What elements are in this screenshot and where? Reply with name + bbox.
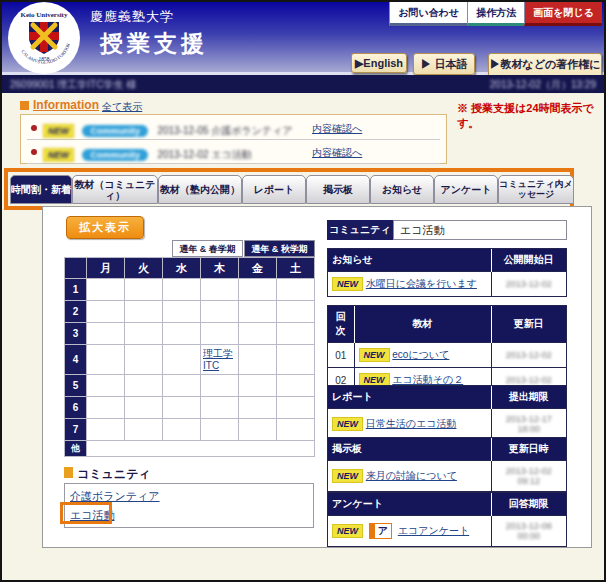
- survey-date: 2013-12-08 00:00: [491, 516, 566, 547]
- day-header: 水: [163, 258, 201, 279]
- tab-fall-semester[interactable]: 通年 & 秋学期: [244, 240, 315, 257]
- period-label: 5: [65, 375, 87, 397]
- university-name: 慶應義塾大学: [90, 8, 174, 26]
- report-date: 2013-12-17 18:00: [491, 409, 566, 440]
- community-field-label: コミュニティ: [327, 220, 393, 240]
- close-screen-button[interactable]: 画面を閉じる: [524, 2, 602, 26]
- bullet-icon: [31, 125, 37, 131]
- board-header: 掲示板: [328, 438, 491, 461]
- material-link[interactable]: エコ活動その２: [392, 374, 463, 385]
- materials-table: 回次 教材 更新日 01 NEW ecoについて 2013-12-02 02 N…: [327, 305, 567, 393]
- japanese-button[interactable]: ▶ 日本語: [413, 53, 475, 75]
- logged-in-user: 26099001 理工学ITC学生 様: [10, 78, 136, 92]
- survey-link[interactable]: エコアンケート: [398, 525, 469, 536]
- keio-emblem-logo: Keio University 1858 CALAMVS GLADIO FORT…: [8, 2, 80, 74]
- material-no: 01: [328, 343, 354, 368]
- day-header: 月: [87, 258, 125, 279]
- current-datetime: 2013-12-02（月）13:29: [490, 78, 596, 92]
- svg-text:Keio University: Keio University: [21, 11, 68, 19]
- course-link[interactable]: ITC: [203, 360, 219, 371]
- community-bullet-square: [64, 467, 73, 478]
- survey-date-header: 回答期限: [491, 493, 566, 516]
- confirm-content-link[interactable]: 内容確認へ: [312, 146, 362, 160]
- tab-materials-public[interactable]: 教材（塾内公開）: [158, 175, 242, 204]
- period-label: 7: [65, 419, 87, 441]
- confirm-content-link[interactable]: 内容確認へ: [312, 122, 362, 136]
- news-item-link[interactable]: 水曜日に会議を行います: [366, 278, 477, 289]
- tab-survey[interactable]: アンケート: [434, 175, 498, 204]
- new-badge: NEW: [43, 124, 74, 138]
- table-row: NEW 日常生活のエコ活動 2013-12-17 18:00: [328, 409, 566, 440]
- report-date-header: 提出期限: [491, 386, 566, 409]
- news-date: 2013-12-02: [491, 272, 566, 297]
- contact-button[interactable]: お問い合わせ: [389, 2, 467, 26]
- 24h-notice: ※ 授業支援は24時間表示です。: [457, 101, 604, 131]
- material-link[interactable]: ecoについて: [392, 349, 449, 360]
- day-header: 土: [277, 258, 315, 279]
- new-badge: NEW: [332, 417, 363, 431]
- report-table: レポート 提出期限 NEW 日常生活のエコ活動 2013-12-17 18:00: [327, 385, 567, 440]
- table-row: NEW 来月の討論について 2013-12-02 09:12: [328, 461, 566, 492]
- page-title: 授業支援: [100, 28, 208, 59]
- new-badge: NEW: [332, 469, 363, 483]
- period-label: 他: [65, 441, 87, 457]
- period-label: 4: [65, 345, 87, 375]
- tab-board[interactable]: 掲示板: [306, 175, 370, 204]
- survey-type-icon: ア: [369, 523, 392, 539]
- tab-materials-community[interactable]: 教材（コミュニティ）: [72, 175, 158, 204]
- period-label: 3: [65, 323, 87, 345]
- materials-date-header: 更新日: [491, 306, 566, 343]
- lms-window: Keio University 1858 CALAMVS GLADIO FORT…: [0, 0, 606, 582]
- news-date-header: 公開開始日: [491, 249, 566, 272]
- board-date: 2013-12-02 09:12: [491, 461, 566, 492]
- material-date: 2013-12-02: [491, 343, 566, 368]
- community-badge: Community: [82, 149, 148, 161]
- table-row: NEW ア エコアンケート 2013-12-08 00:00: [328, 516, 566, 547]
- day-header: 金: [239, 258, 277, 279]
- timetable-course-cell: 理工学 ITC: [201, 345, 239, 375]
- information-bullet-square: [20, 101, 29, 110]
- help-button[interactable]: 操作方法: [467, 2, 524, 26]
- english-button[interactable]: ▶English: [351, 53, 407, 73]
- main-tab-bar: 時間割・新着 教材（コミュニティ） 教材（塾内公開） レポート 掲示板 お知らせ…: [10, 175, 574, 204]
- tab-news[interactable]: お知らせ: [370, 175, 434, 204]
- community-heading: コミュニティ: [77, 466, 151, 483]
- information-row: NEW Community 2013-12-02 エコ活動 内容確認へ: [27, 140, 440, 164]
- new-badge: NEW: [332, 524, 363, 538]
- board-link[interactable]: 来月の討論について: [366, 470, 457, 481]
- new-badge: NEW: [359, 348, 390, 362]
- new-badge: NEW: [332, 277, 363, 291]
- report-link[interactable]: 日常生活のエコ活動: [366, 418, 457, 429]
- info-row-text: 2013-12-05 介護ボランティア: [157, 125, 292, 136]
- news-table: お知らせ 公開開始日 NEW 水曜日に会議を行います 2013-12-02: [327, 248, 567, 297]
- information-heading: Information: [33, 98, 99, 112]
- header-utility-buttons: お問い合わせ 操作方法 画面を閉じる: [389, 2, 602, 26]
- period-label: 6: [65, 397, 87, 419]
- tab-community-message[interactable]: コミュニティ内メッセージ: [498, 175, 574, 204]
- bullet-icon: [31, 149, 37, 155]
- community-field-value: エコ活動: [393, 220, 567, 240]
- table-row: NEW 水曜日に会議を行います 2013-12-02: [328, 272, 566, 297]
- report-header: レポート: [328, 386, 491, 409]
- show-all-link[interactable]: 全て表示: [102, 100, 142, 114]
- enlarge-view-button[interactable]: 拡大表示: [66, 216, 144, 239]
- materials-header: 教材: [354, 306, 491, 343]
- course-link[interactable]: 理工学: [203, 348, 233, 359]
- table-row: 01 NEW ecoについて 2013-12-02: [328, 343, 566, 368]
- survey-header: アンケート: [328, 493, 491, 516]
- community-badge: Community: [82, 125, 148, 137]
- period-label: 2: [65, 301, 87, 323]
- materials-no-header: 回次: [328, 306, 354, 343]
- new-badge: NEW: [43, 148, 74, 162]
- survey-table: アンケート 回答期限 NEW ア エコアンケート 2013-12-08 00:0…: [327, 492, 567, 547]
- board-date-header: 更新日時: [491, 438, 566, 461]
- tab-timetable-new[interactable]: 時間割・新着: [10, 175, 72, 204]
- news-header: お知らせ: [328, 249, 491, 272]
- day-header: 火: [125, 258, 163, 279]
- tab-report[interactable]: レポート: [242, 175, 306, 204]
- user-status-bar: 26099001 理工学ITC学生 様 2013-12-02（月）13:29: [2, 75, 604, 93]
- information-row: NEW Community 2013-12-05 介護ボランティア 内容確認へ: [27, 116, 440, 140]
- tab-spring-semester[interactable]: 通年 & 春学期: [172, 240, 243, 257]
- period-label: 1: [65, 279, 87, 301]
- board-table: 掲示板 更新日時 NEW 来月の討論について 2013-12-02 09:12: [327, 437, 567, 492]
